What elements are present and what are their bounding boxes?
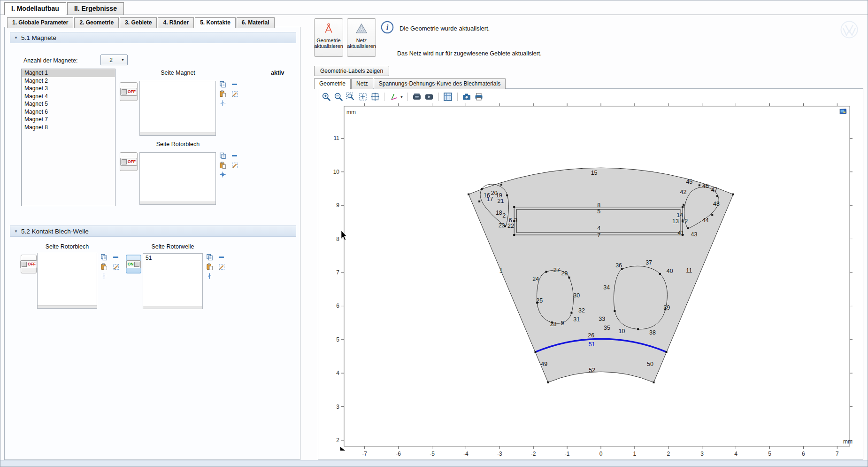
- seite-rotorblech-toggle[interactable]: OFF: [120, 152, 138, 171]
- tab-geometrie[interactable]: 2. Geometrie: [74, 17, 119, 28]
- tab-graphics-spannungskurve[interactable]: Spannungs-Dehnungs-Kurve des Blechmateri…: [374, 78, 506, 89]
- model-step-tabs: 1. Globale Parameter 2. Geometrie 3. Geb…: [7, 17, 276, 28]
- clear-selection-icon[interactable]: [218, 263, 225, 270]
- plot-display-icon[interactable]: [839, 108, 847, 114]
- tab-globale-parameter[interactable]: 1. Globale Parameter: [7, 17, 73, 28]
- selection-value[interactable]: 51: [143, 254, 202, 262]
- tab-modellaufbau[interactable]: I. Modellaufbau: [4, 2, 66, 15]
- tab-graphics-netz[interactable]: Netz: [351, 78, 373, 89]
- remove-icon[interactable]: [112, 254, 119, 261]
- svg-text:3: 3: [336, 404, 339, 410]
- anzahl-magnete-select[interactable]: 2 ▼: [100, 54, 128, 65]
- button-label: Netz: [356, 38, 367, 43]
- svg-text:35: 35: [604, 325, 610, 331]
- magnet-list-item[interactable]: Magnet 8: [22, 124, 115, 132]
- chevron-down-icon[interactable]: ▼: [400, 95, 403, 99]
- svg-text:13: 13: [672, 218, 679, 225]
- tab-raender[interactable]: 4. Ränder: [158, 17, 194, 28]
- magnet-list-item[interactable]: Magnet 6: [22, 108, 115, 116]
- seite-magnet-toggle[interactable]: OFF: [120, 82, 138, 101]
- zoom-in-icon[interactable]: [321, 92, 331, 102]
- svg-text:33: 33: [599, 316, 605, 322]
- print-icon[interactable]: [474, 92, 484, 102]
- grid-icon[interactable]: [443, 92, 453, 102]
- image-export-icon[interactable]: [412, 92, 422, 102]
- magnet-list-item[interactable]: Magnet 3: [22, 85, 115, 93]
- scrollbar[interactable]: [140, 132, 215, 135]
- tab-ergebnisse[interactable]: II. Ergebnisse: [67, 2, 124, 15]
- kontakt-rotorwelle-label: Seite Rotorwelle: [143, 243, 203, 250]
- clear-selection-icon[interactable]: [231, 162, 238, 169]
- zoom-to-selection-icon[interactable]: [219, 100, 226, 107]
- toggle-knob: [122, 89, 127, 94]
- scrollbar[interactable]: [38, 305, 97, 308]
- kontakt-rotorblech-selection-box[interactable]: [37, 253, 97, 309]
- zoom-to-selection-icon[interactable]: [219, 171, 226, 178]
- kontakt-rotorwelle-toggle[interactable]: ON: [126, 255, 141, 273]
- svg-text:10: 10: [619, 328, 625, 335]
- kontakt-rotorblech-toggle[interactable]: OFF: [21, 255, 37, 273]
- status-bar: [0, 460, 868, 467]
- magnet-listbox[interactable]: Magnet 1Magnet 2Magnet 3Magnet 4Magnet 5…: [21, 69, 115, 206]
- remove-icon[interactable]: [218, 254, 225, 261]
- svg-text:-1: -1: [565, 451, 570, 457]
- geometry-plot[interactable]: -7-6-5-4-3-2-101234567234567891011mmmm15…: [318, 103, 863, 459]
- svg-text:2: 2: [667, 451, 670, 457]
- magnet-list-item[interactable]: Magnet 2: [22, 77, 115, 85]
- seite-rotorblech-selection-box[interactable]: [139, 152, 216, 205]
- seite-rotorblech-label: Seite Rotorblech: [139, 141, 216, 148]
- main-tab-strip: I. Modellaufbau II. Ergebnisse: [4, 2, 125, 15]
- svg-text:7: 7: [336, 269, 339, 276]
- axis-orientation-icon[interactable]: [389, 92, 399, 102]
- selection-tools: [219, 152, 238, 180]
- kontakt-rotorwelle-selection-box[interactable]: 51: [143, 253, 203, 309]
- svg-text:-6: -6: [396, 451, 401, 457]
- copy-icon[interactable]: [206, 254, 213, 261]
- svg-text:-7: -7: [362, 451, 367, 457]
- button-label: aktualisieren: [314, 43, 343, 49]
- zoom-to-selection-icon[interactable]: [206, 272, 213, 280]
- zoom-box-icon[interactable]: [346, 92, 355, 102]
- clear-selection-icon[interactable]: [231, 90, 238, 97]
- remove-icon[interactable]: [231, 152, 238, 159]
- zoom-to-selection-icon[interactable]: [100, 272, 108, 280]
- fit-window-icon[interactable]: [370, 92, 380, 102]
- seite-magnet-selection-box[interactable]: [139, 81, 216, 136]
- magnet-list-item[interactable]: Magnet 1: [22, 69, 115, 77]
- remove-icon[interactable]: [231, 81, 238, 88]
- copy-icon[interactable]: [219, 152, 226, 159]
- tab-graphics-geometrie[interactable]: Geometrie: [314, 78, 351, 89]
- svg-text:5: 5: [597, 208, 600, 215]
- scrollbar[interactable]: [143, 306, 202, 309]
- animation-export-icon[interactable]: [424, 92, 434, 102]
- snapshot-icon[interactable]: [462, 92, 472, 102]
- paste-icon[interactable]: [219, 90, 226, 97]
- clear-selection-icon[interactable]: [112, 263, 119, 270]
- section-header-magnete[interactable]: ▼ 5.1 Magnete: [10, 32, 296, 43]
- netz-aktualisieren-button[interactable]: Netz aktualisieren: [347, 18, 376, 57]
- svg-text:6: 6: [802, 451, 805, 457]
- scrollbar[interactable]: [140, 202, 215, 204]
- svg-text:23: 23: [499, 222, 505, 229]
- geometrie-labels-zeigen-button[interactable]: Geometrie-Labels zeigen: [314, 66, 389, 76]
- magnet-list-item[interactable]: Magnet 7: [22, 116, 115, 124]
- copy-icon[interactable]: [219, 81, 226, 88]
- paste-icon[interactable]: [219, 162, 226, 169]
- info-icon: [381, 21, 394, 34]
- copy-icon[interactable]: [100, 254, 108, 261]
- geometrie-aktualisieren-button[interactable]: Geometrie aktualisieren: [314, 18, 343, 57]
- tab-gebiete[interactable]: 3. Gebiete: [120, 17, 157, 28]
- svg-text:6: 6: [336, 303, 339, 309]
- paste-icon[interactable]: [206, 263, 213, 270]
- svg-text:46: 46: [702, 183, 709, 189]
- magnet-list-item[interactable]: Magnet 4: [22, 93, 115, 101]
- svg-text:32: 32: [578, 307, 585, 314]
- magnet-list-item[interactable]: Magnet 5: [22, 100, 115, 108]
- zoom-out-icon[interactable]: [333, 92, 343, 102]
- tab-kontakte[interactable]: 5. Kontakte: [195, 17, 236, 28]
- tab-material[interactable]: 6. Material: [237, 17, 275, 28]
- seite-magnet-label: Seite Magnet: [139, 70, 216, 76]
- paste-icon[interactable]: [100, 263, 108, 270]
- zoom-extents-icon[interactable]: [358, 92, 368, 102]
- section-header-kontakt[interactable]: ▼ 5.2 Kontakt Blech-Welle: [10, 226, 296, 237]
